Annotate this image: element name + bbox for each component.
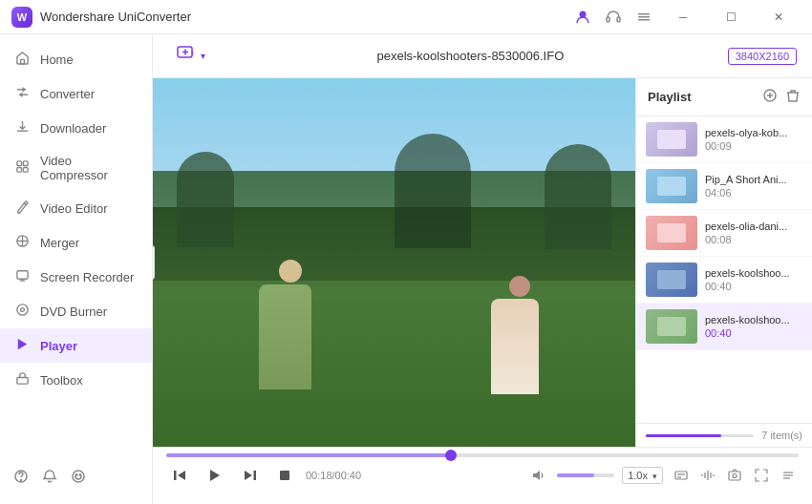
controls-row: 00:18/00:40 1.0x ▾ (166, 461, 799, 490)
svg-marker-17 (17, 339, 26, 349)
sidebar-item-downloader[interactable]: Downloader (0, 111, 152, 145)
progress-bar[interactable] (166, 453, 799, 457)
playlist-header: Playlist (636, 78, 812, 116)
svg-rect-3 (638, 13, 650, 15)
menu-icon[interactable] (630, 4, 657, 31)
playlist-item-3[interactable]: pexels-olia-dani... 00:08 (636, 210, 812, 257)
progress-thumb (445, 450, 457, 461)
svg-point-38 (733, 474, 737, 478)
sidebar-label-player: Player (40, 339, 77, 353)
svg-rect-10 (23, 167, 28, 172)
headphone-icon[interactable] (600, 4, 627, 31)
svg-point-22 (75, 474, 77, 476)
progress-fill (166, 453, 451, 457)
svg-marker-27 (178, 471, 185, 480)
playlist-item-duration-5: 00:40 (705, 327, 802, 339)
playlist-item-5[interactable]: pexels-koolshoo... 00:40 (636, 304, 812, 350)
title-bar: W Wondershare UniConverter ─ ☐ ✕ (0, 0, 812, 34)
subtitle-icon[interactable] (671, 465, 692, 486)
add-icon (176, 43, 197, 69)
tree-right (545, 144, 611, 249)
sidebar-item-home[interactable]: Home (0, 42, 152, 76)
user-icon[interactable] (569, 4, 596, 31)
add-media-button[interactable]: ▾ (168, 39, 213, 73)
playlist-controls (762, 88, 801, 106)
converter-icon (13, 85, 31, 102)
sidebar: Home Converter Downloader Video Compress… (0, 34, 153, 504)
delete-playlist-icon[interactable] (785, 88, 801, 106)
merger-icon (13, 234, 31, 251)
playlist-item-4[interactable]: pexels-koolshoo... 00:40 (636, 257, 812, 304)
fullscreen-icon[interactable] (751, 465, 772, 486)
sidebar-label-dvd: DVD Burner (40, 304, 107, 319)
figure-right (491, 276, 548, 410)
sidebar-item-converter[interactable]: Converter (0, 76, 152, 111)
time-display: 00:18/00:40 (306, 470, 361, 481)
sidebar-collapse-button[interactable]: ◀ (153, 245, 155, 280)
audio-icon[interactable] (697, 465, 718, 486)
downloader-icon (13, 119, 31, 136)
prev-button[interactable] (166, 462, 193, 489)
minimize-button[interactable]: ─ (661, 3, 705, 32)
playlist-item-info-4: pexels-koolshoo... 00:40 (705, 267, 802, 292)
svg-rect-37 (729, 472, 740, 480)
sidebar-item-dvd-burner[interactable]: DVD Burner (0, 294, 152, 328)
tree-left (177, 152, 234, 247)
sidebar-item-toolbox[interactable]: Toolbox (0, 363, 152, 397)
sidebar-label-screen-recorder: Screen Recorder (40, 270, 134, 284)
video-player[interactable]: ◀ (153, 78, 635, 447)
playlist-title: Playlist (648, 90, 692, 104)
sidebar-item-player[interactable]: Player (0, 328, 152, 363)
svg-rect-18 (16, 378, 27, 385)
player-controls: 00:18/00:40 1.0x ▾ (153, 447, 812, 504)
volume-icon[interactable] (524, 462, 551, 489)
volume-slider[interactable] (557, 473, 614, 477)
svg-point-15 (16, 304, 27, 315)
sidebar-label-editor: Video Editor (40, 201, 108, 216)
playlist-item-name-5: pexels-koolshoo... (705, 314, 802, 326)
svg-point-23 (79, 474, 81, 476)
playlist-progress-fill (646, 434, 721, 437)
playlist-thumb-1 (646, 122, 697, 157)
maximize-button[interactable]: ☐ (709, 3, 753, 32)
sidebar-item-video-compressor[interactable]: Video Compressor (0, 145, 152, 191)
svg-rect-7 (16, 161, 21, 166)
right-controls (671, 465, 799, 486)
editor-icon (13, 200, 31, 217)
feedback-icon[interactable] (71, 469, 86, 487)
playlist-thumb-4 (646, 262, 697, 297)
next-button[interactable] (237, 462, 264, 489)
app-title: Wondershare UniConverter (40, 10, 569, 24)
play-button[interactable] (201, 461, 229, 490)
top-toolbar: ▾ pexels-koolshooters-8530006.IFO 3840X2… (153, 34, 812, 78)
playlist-count: 7 item(s) (761, 430, 802, 441)
file-name: pexels-koolshooters-8530006.IFO (224, 49, 716, 63)
svg-rect-14 (16, 271, 27, 279)
sidebar-item-merger[interactable]: Merger (0, 225, 152, 260)
notification-icon[interactable] (42, 469, 57, 487)
svg-marker-33 (533, 471, 540, 480)
content-area: ▾ pexels-koolshooters-8530006.IFO 3840X2… (153, 34, 812, 504)
screenshot-icon[interactable] (724, 465, 745, 486)
player-icon (13, 337, 31, 354)
close-button[interactable]: ✕ (757, 3, 801, 32)
sidebar-item-screen-recorder[interactable]: Screen Recorder (0, 260, 152, 294)
playlist-icon[interactable] (778, 465, 799, 486)
svg-rect-32 (280, 471, 289, 480)
speed-control[interactable]: 1.0x ▾ (622, 467, 663, 484)
sidebar-item-video-editor[interactable]: Video Editor (0, 191, 152, 225)
progress-area (166, 453, 799, 457)
screen-recorder-icon (13, 268, 31, 285)
playlist-item-name-4: pexels-koolshoo... (705, 267, 802, 279)
volume-fill (557, 473, 594, 477)
playlist-item-1[interactable]: pexels-olya-kob... 00:09 (636, 116, 812, 163)
svg-rect-1 (607, 17, 609, 22)
stop-button[interactable] (271, 462, 298, 489)
playlist-items: pexels-olya-kob... 00:09 Pip_A Short Ani… (636, 116, 812, 423)
help-icon[interactable] (13, 469, 29, 487)
playlist-item-2[interactable]: Pip_A Short Ani... 04:06 (636, 163, 812, 210)
add-to-playlist-icon[interactable] (762, 88, 778, 106)
sidebar-bottom (0, 459, 152, 496)
playlist-thumb-5 (646, 309, 697, 344)
svg-rect-2 (617, 17, 620, 22)
